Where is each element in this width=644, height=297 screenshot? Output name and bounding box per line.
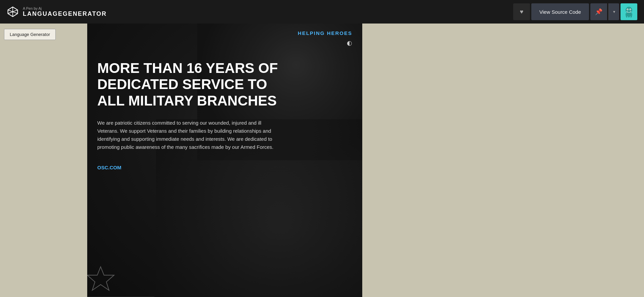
topbar: A Pen by Aj LANGUAGEGENERATOR ♥ View Sou… bbox=[0, 0, 644, 24]
main-area: Language Generator HELPING HEROES ◐ MORE… bbox=[0, 24, 644, 297]
preview-frame: HELPING HEROES ◐ MORE THAN 16 YEARS OF D… bbox=[87, 24, 362, 297]
sidebar: Language Generator bbox=[0, 24, 87, 297]
svg-point-12 bbox=[630, 9, 631, 10]
svg-line-4 bbox=[8, 12, 13, 13]
star-decoration bbox=[87, 263, 154, 297]
hero-bottom bbox=[87, 257, 362, 297]
svg-marker-13 bbox=[87, 267, 114, 290]
osc-link[interactable]: OSC.COM bbox=[97, 165, 121, 170]
avatar-button[interactable] bbox=[621, 3, 637, 20]
hero-content: HELPING HEROES ◐ MORE THAN 16 YEARS OF D… bbox=[87, 24, 362, 297]
heart-icon: ♥ bbox=[520, 8, 524, 15]
hero-description: We are patriotic citizens committed to s… bbox=[97, 119, 278, 151]
save-button[interactable]: 📌 bbox=[590, 3, 607, 20]
codepen-logo bbox=[7, 6, 19, 18]
globe-icon: ◐ bbox=[97, 39, 352, 47]
svg-line-2 bbox=[13, 10, 17, 12]
svg-line-5 bbox=[13, 12, 17, 13]
pin-icon: 📌 bbox=[595, 8, 602, 15]
hero-headline: MORE THAN 16 YEARS OF DEDICATED SERVICE … bbox=[97, 60, 292, 109]
chevron-down-icon: ▾ bbox=[613, 9, 615, 14]
view-source-button[interactable]: View Source Code bbox=[531, 3, 589, 20]
heart-button[interactable]: ♥ bbox=[513, 3, 530, 20]
avatar-face bbox=[622, 5, 636, 18]
pen-info: A Pen by Aj LANGUAGEGENERATOR bbox=[23, 6, 107, 17]
helping-heroes-label: HELPING HEROES bbox=[97, 30, 352, 36]
topbar-right: ♥ View Source Code 📌 ▾ bbox=[513, 3, 637, 20]
svg-point-11 bbox=[627, 9, 628, 10]
preview-container: HELPING HEROES ◐ MORE THAN 16 YEARS OF D… bbox=[87, 24, 644, 297]
pen-subtitle: A Pen by Aj bbox=[23, 6, 107, 10]
topbar-left: A Pen by Aj LANGUAGEGENERATOR bbox=[7, 6, 107, 18]
svg-line-1 bbox=[8, 10, 13, 12]
pen-title: LANGUAGEGENERATOR bbox=[23, 10, 107, 17]
save-dropdown-button[interactable]: ▾ bbox=[608, 3, 619, 20]
language-generator-button[interactable]: Language Generator bbox=[4, 29, 56, 40]
